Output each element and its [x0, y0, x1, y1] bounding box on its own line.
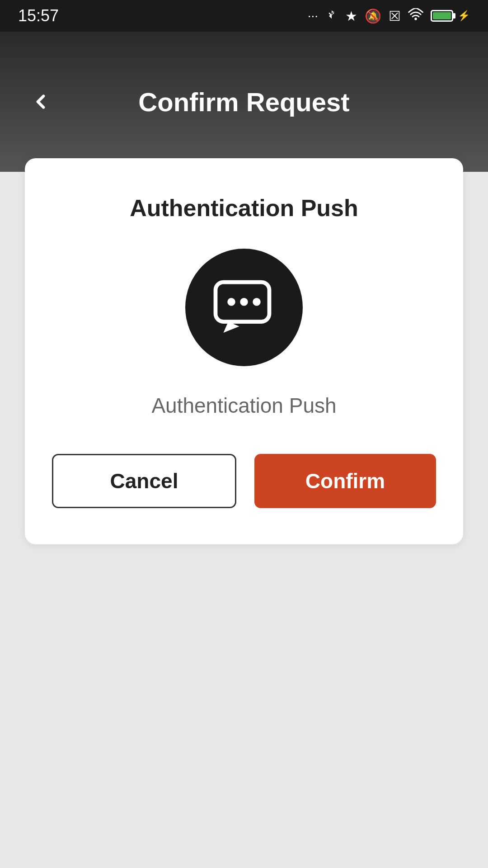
wifi-icon	[408, 8, 423, 24]
bluetooth-icon-unicode: ★	[345, 8, 357, 24]
bluetooth-icon	[325, 7, 338, 25]
status-icons: ··· ★ 🔕 ☒ ⚡	[308, 7, 470, 25]
mute-icon: 🔕	[365, 8, 381, 24]
buttons-row: Cancel Confirm	[52, 454, 436, 508]
card-subtitle: Authentication Push	[151, 393, 336, 418]
svg-point-4	[253, 298, 261, 306]
chat-bubble-icon	[212, 278, 276, 337]
page-title: Confirm Request	[138, 87, 349, 117]
auth-push-card: Authentication Push Authentication Push …	[25, 158, 463, 544]
header: Confirm Request	[0, 32, 488, 172]
auth-icon-circle	[185, 249, 303, 366]
svg-point-0	[414, 18, 417, 20]
back-button[interactable]	[23, 84, 59, 120]
svg-point-3	[240, 298, 248, 306]
cancel-button[interactable]: Cancel	[52, 454, 236, 508]
content-area: Authentication Push Authentication Push …	[0, 172, 488, 544]
bottom-area	[0, 544, 488, 852]
status-time: 15:57	[18, 6, 59, 25]
svg-point-2	[227, 298, 235, 306]
battery-icon: ⚡	[431, 10, 470, 22]
close-box-icon: ☒	[389, 8, 401, 24]
card-title: Authentication Push	[130, 194, 358, 222]
confirm-button[interactable]: Confirm	[254, 454, 436, 508]
dots-icon: ···	[308, 9, 318, 23]
status-bar: 15:57 ··· ★ 🔕 ☒ ⚡	[0, 0, 488, 32]
